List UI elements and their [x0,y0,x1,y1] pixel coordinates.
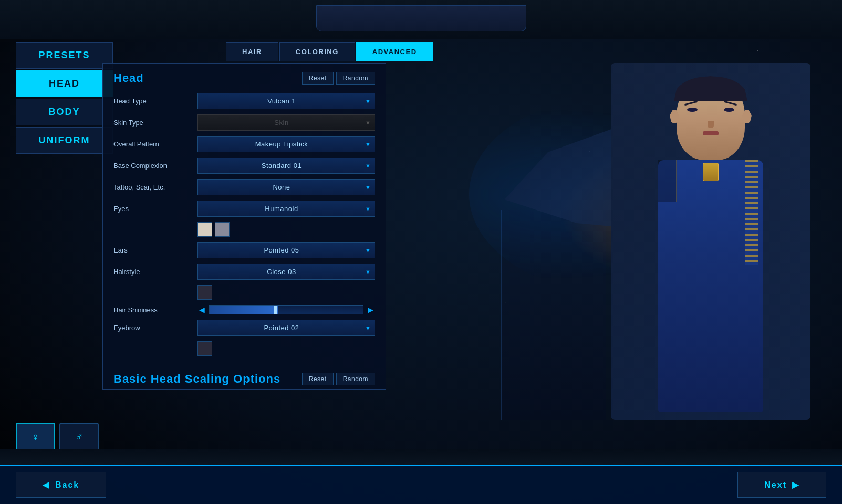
eyebrow-dropdown[interactable]: Pointed 02 [197,320,375,336]
eyebrow-color-swatches [113,341,375,356]
base-complexion-dropdown-container: Standard 01 ▼ [197,158,375,174]
head-section-title: Head [113,71,144,85]
hair-shininess-label: Hair Shininess [113,306,197,314]
sidebar-item-body[interactable]: BODY [16,99,113,125]
head-section-header: Head Reset Random [113,71,375,85]
overall-pattern-dropdown-container: Makeup Lipstick ▼ [197,136,375,152]
character-preview-area [606,63,816,430]
ears-dropdown[interactable]: Pointed 05 [197,242,375,258]
scaling-reset-button[interactable]: Reset [302,373,334,385]
ears-dropdown-container: Pointed 05 ▼ [197,242,375,258]
head-random-button[interactable]: Random [336,72,375,85]
character-figure [611,63,810,420]
hairstyle-dropdown[interactable]: Close 03 [197,264,375,280]
next-arrow-icon: ▶ [792,480,799,490]
floor-structure [0,449,842,465]
eyes-label: Eyes [113,205,197,213]
skin-type-dropdown-container: Skin ▼ [197,114,375,131]
head-type-dropdown[interactable]: Vulcan 1 [197,93,375,109]
scaling-section-header: Basic Head Scaling Options Reset Random [113,372,375,386]
hair-shininess-slider-container: ◀ ▶ [197,305,375,314]
tab-coloring[interactable]: COLORING [279,42,355,61]
eye-color-swatches [113,222,375,237]
sidebar-item-presets[interactable]: PRESETS [16,42,113,69]
eyebrow-color-swatch[interactable] [197,341,212,356]
head-reset-button[interactable]: Reset [302,72,334,85]
skin-type-row: Skin Type Skin ▼ [113,114,375,131]
ears-label: Ears [113,246,197,254]
sidebar-item-uniform[interactable]: UNIFORM [16,127,113,154]
eye-color-swatch-1[interactable] [197,222,212,237]
eyes-row: Eyes Humanoid ▼ [113,201,375,217]
base-complexion-label: Base Complexion [113,162,197,170]
uniform-stripe [745,160,758,265]
hairstyle-dropdown-container: Close 03 ▼ [197,264,375,280]
back-button[interactable]: ◀ Back [16,472,106,498]
tattoo-scar-label: Tattoo, Scar, Etc. [113,183,197,191]
gender-area: ♀ ♂ [16,423,99,452]
eyebrow-label: Eyebrow [113,324,197,332]
tattoo-scar-row: Tattoo, Scar, Etc. None ▼ [113,179,375,195]
ceiling-detail [316,5,526,32]
male-icon: ♂ [75,430,84,444]
eyebrow-row: Eyebrow Pointed 02 ▼ [113,320,375,336]
tattoo-scar-dropdown[interactable]: None [197,179,375,195]
hairstyle-label: Hairstyle [113,268,197,276]
hair-color-swatches [113,285,375,300]
female-icon: ♀ [31,430,40,444]
top-tabs: HAIR COLORING ADVANCED [226,42,433,61]
back-label: Back [55,480,79,490]
tab-hair[interactable]: HAIR [226,42,278,61]
left-sidebar: PRESETS HEAD BODY UNIFORM [16,42,113,155]
panel-scroll[interactable]: Head Reset Random Head Type Vulcan 1 ▼ S… [103,64,386,389]
next-label: Next [764,480,787,490]
hair-shininess-decrease-button[interactable]: ◀ [197,306,206,314]
head-section-buttons: Reset Random [302,72,375,85]
skin-type-label: Skin Type [113,119,197,127]
base-complexion-dropdown[interactable]: Standard 01 [197,158,375,174]
head-type-dropdown-container: Vulcan 1 ▼ [197,93,375,109]
ceiling-structure [0,0,842,39]
sidebar-item-head[interactable]: HEAD [16,70,113,97]
hair-shininess-thumb[interactable] [274,306,277,314]
tab-advanced[interactable]: ADVANCED [356,42,433,61]
overall-pattern-label: Overall Pattern [113,140,197,148]
hair-shininess-track[interactable] [209,305,363,314]
ears-row: Ears Pointed 05 ▼ [113,242,375,258]
head-type-row: Head Type Vulcan 1 ▼ [113,93,375,109]
eyebrow-dropdown-container: Pointed 02 ▼ [197,320,375,336]
eye-color-swatch-2[interactable] [215,222,230,237]
overall-pattern-dropdown[interactable]: Makeup Lipstick [197,136,375,152]
bottom-navigation: ◀ Back Next ▶ [0,465,842,504]
base-complexion-row: Base Complexion Standard 01 ▼ [113,158,375,174]
character-body [658,160,763,412]
hair-shininess-increase-button[interactable]: ▶ [366,306,375,314]
head-type-label: Head Type [113,97,197,105]
character-head [674,79,747,168]
overall-pattern-row: Overall Pattern Makeup Lipstick ▼ [113,136,375,152]
next-button[interactable]: Next ▶ [737,472,826,498]
hair-shininess-fill [210,306,278,314]
uniform-badge [703,163,719,181]
section-divider [113,364,375,364]
scaling-section-buttons: Reset Random [302,373,375,385]
scaling-random-button[interactable]: Random [336,373,375,385]
main-panel: Head Reset Random Head Type Vulcan 1 ▼ S… [102,63,386,390]
skin-type-dropdown[interactable]: Skin [197,114,375,131]
scaling-section-title: Basic Head Scaling Options [113,372,280,386]
back-arrow-icon: ◀ [43,480,50,490]
female-gender-button[interactable]: ♀ [16,423,55,452]
eyes-dropdown[interactable]: Humanoid [197,201,375,217]
hair-shininess-row: Hair Shininess ◀ ▶ [113,305,375,314]
tattoo-scar-dropdown-container: None ▼ [197,179,375,195]
male-gender-button[interactable]: ♂ [59,423,99,452]
hairstyle-row: Hairstyle Close 03 ▼ [113,264,375,280]
eyes-dropdown-container: Humanoid ▼ [197,201,375,217]
hair-color-swatch[interactable] [197,285,212,300]
